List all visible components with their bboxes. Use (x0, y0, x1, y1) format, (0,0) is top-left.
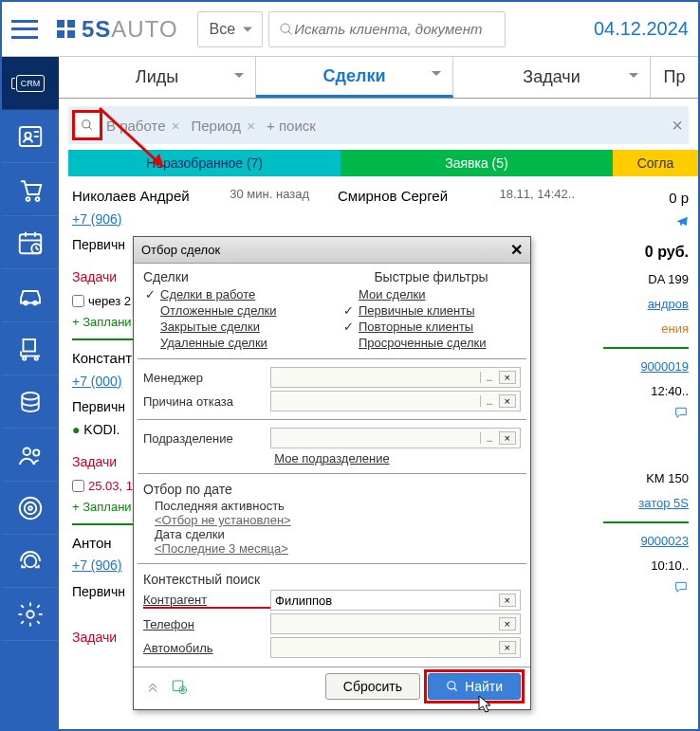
telegram-icon[interactable] (675, 215, 689, 228)
sidebar-warehouse[interactable] (2, 322, 59, 375)
deal-number[interactable]: 9000019 (603, 355, 689, 379)
field-label-manager: Менеджер (143, 371, 270, 385)
filter-link-deleted[interactable]: Удаленные сделки (143, 335, 322, 351)
filter-chip-label: Период (191, 118, 241, 134)
sidebar-people[interactable] (2, 429, 59, 482)
field-label-auto: Автомобиль (143, 641, 270, 655)
manager-input[interactable]: ...× (270, 367, 521, 388)
sidebar-target[interactable] (2, 482, 59, 535)
logo-text: 5S (82, 16, 111, 43)
filter-link-repeat[interactable]: Повторные клиенты (341, 319, 521, 335)
stage-application[interactable]: Заявка (5) (341, 150, 613, 176)
sidebar-cart[interactable] (2, 163, 59, 216)
clear-icon[interactable]: × (499, 617, 516, 630)
section-date: Отбор по дате (143, 482, 521, 497)
svg-line-34 (89, 127, 92, 130)
counterparty-value: Филиппов (275, 594, 495, 608)
clear-icon[interactable]: × (499, 371, 516, 384)
svg-rect-21 (24, 339, 36, 352)
svg-point-40 (448, 682, 455, 689)
phone-input[interactable]: × (270, 613, 521, 634)
sidebar-calendar[interactable] (2, 216, 59, 269)
filter-add[interactable]: + поиск (267, 118, 316, 134)
dialog-titlebar[interactable]: Отбор сделок ✕ (134, 237, 530, 264)
picker-icon[interactable]: ... (480, 432, 496, 444)
lead-primary-label: Первичн (72, 234, 125, 257)
picker-icon[interactable]: ... (480, 395, 496, 407)
stage-label: Согла (637, 155, 674, 171)
sidebar-car[interactable] (2, 269, 59, 322)
chip-remove-icon[interactable]: × (172, 118, 180, 134)
tab-tasks[interactable]: Задачи (453, 57, 651, 98)
link-my-division[interactable]: Мое подразделение (274, 450, 389, 466)
filter-chip-in-work[interactable]: В работе × (106, 118, 179, 134)
picker-icon[interactable]: ... (480, 372, 496, 383)
message-icon[interactable] (673, 579, 689, 594)
svg-point-28 (20, 497, 42, 519)
settings-icon[interactable] (170, 677, 189, 696)
svg-line-18 (36, 248, 39, 249)
filter-search-button[interactable] (74, 112, 101, 138)
sidebar-support[interactable] (2, 535, 59, 588)
filter-link-overdue[interactable]: Просроченные сделки (341, 335, 521, 351)
task-checkbox[interactable] (72, 295, 84, 307)
svg-point-11 (36, 197, 40, 201)
lead-time: 18.11, 14:42.. (499, 184, 575, 209)
logo: 5SAUTO (55, 16, 178, 43)
sidebar-contacts[interactable] (2, 110, 59, 163)
collapse-icon[interactable] (143, 677, 162, 696)
reason-input[interactable]: ...× (270, 391, 521, 411)
auto-input[interactable]: × (270, 637, 521, 658)
filter-link-postponed[interactable]: Отложенные сделки (143, 302, 322, 319)
lead-phone[interactable]: +7 (000) (72, 374, 122, 389)
field-label-counterparty: Контрагент (143, 593, 270, 609)
deal-amount: 0 р (603, 184, 689, 212)
sub-last-activity: Последняя активность (143, 499, 521, 513)
tab-leads[interactable]: Лиды (59, 57, 256, 98)
tab-more[interactable]: Пр (651, 57, 698, 98)
hamburger-menu[interactable] (11, 20, 38, 39)
tabs: Лиды Сделки Задачи Пр (59, 57, 698, 99)
lead-name[interactable]: Смирнов Сергей (338, 184, 448, 209)
counterparty-input[interactable]: Филиппов× (270, 590, 521, 611)
svg-point-26 (24, 448, 31, 455)
filter-link-mydeals[interactable]: Мои сделки (341, 286, 521, 302)
find-button[interactable]: Найти (428, 673, 521, 700)
division-input[interactable]: ...× (270, 428, 521, 448)
global-search-input[interactable] (294, 21, 495, 37)
sidebar: CRM (2, 57, 59, 729)
lead-name[interactable]: Николаев Андрей (72, 184, 190, 209)
link-last-3-months[interactable]: <Последние 3 месяца> (143, 541, 521, 556)
lead-phone[interactable]: +7 (906) (72, 557, 122, 573)
stage-label: Заявка (5) (445, 155, 507, 171)
reset-button[interactable]: Сбросить (325, 673, 420, 700)
clear-icon[interactable]: × (499, 431, 516, 445)
filter-bar-close[interactable]: × (672, 115, 683, 137)
filter-chip-period[interactable]: Период × (191, 118, 255, 134)
message-icon[interactable] (673, 405, 689, 420)
filter-link-active[interactable]: Сделки в работе (143, 286, 322, 302)
tab-deals[interactable]: Сделки (256, 57, 453, 98)
link-no-filter[interactable]: <Отбор не установлен> (143, 513, 521, 527)
global-search[interactable] (268, 11, 506, 47)
lead-phone[interactable]: +7 (906) (72, 211, 122, 227)
svg-point-25 (22, 393, 39, 400)
sidebar-settings[interactable] (2, 588, 59, 641)
scope-dropdown[interactable]: Все (197, 11, 264, 47)
filter-link-primary[interactable]: Первичные клиенты (341, 302, 521, 319)
clear-icon[interactable]: × (499, 641, 516, 654)
tab-deals-label: Сделки (323, 66, 386, 86)
chip-remove-icon[interactable]: × (247, 118, 255, 134)
manager-link[interactable]: андров (603, 292, 689, 317)
sidebar-money[interactable] (2, 375, 59, 429)
task-checkbox[interactable] (72, 480, 84, 492)
deal-number[interactable]: 9000023 (603, 529, 689, 554)
filter-link-closed[interactable]: Закрытые сделки (143, 319, 322, 335)
clear-icon[interactable]: × (499, 394, 516, 408)
clear-icon[interactable]: × (499, 594, 516, 607)
manager-link[interactable]: затор 5S (603, 491, 689, 516)
lead-car: KODI. (83, 422, 120, 437)
sidebar-crm[interactable]: CRM (2, 57, 59, 110)
dialog-close-icon[interactable]: ✕ (510, 241, 523, 259)
stage-unassigned[interactable]: Неразобранное (7) (68, 150, 341, 176)
